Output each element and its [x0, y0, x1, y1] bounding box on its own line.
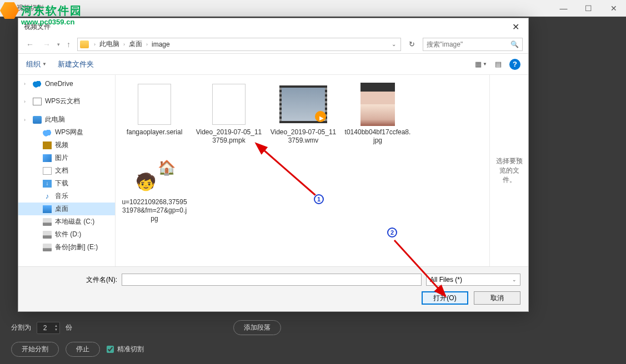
organize-menu[interactable]: 组织 ▼ — [26, 59, 47, 69]
sidebar-item-label: 本地磁盘 (C:) — [55, 217, 94, 226]
chevron-right-icon: › — [24, 99, 26, 104]
organize-label: 组织 — [26, 59, 41, 69]
file-item[interactable]: u=1022109268,3759531978&fm=27&gp=0.jpg — [119, 149, 190, 226]
file-thumbnail — [128, 153, 181, 196]
view-preview-button[interactable]: ▤ — [495, 60, 502, 68]
breadcrumb-part[interactable]: 桌面 — [128, 39, 143, 49]
refresh-button[interactable]: ↻ — [405, 39, 418, 49]
breadcrumb-part[interactable]: image — [151, 40, 171, 49]
cancel-button[interactable]: 取消 — [474, 291, 520, 305]
sidebar-item[interactable]: 本地磁盘 (C:) — [18, 215, 115, 228]
file-item[interactable]: t0140bb04bf17ccfea8.jpg — [342, 79, 413, 148]
folder-icon — [80, 41, 89, 48]
file-item[interactable]: fangaoplayer.serial — [119, 79, 190, 148]
search-input[interactable] — [427, 41, 510, 48]
dialog-title: 视频文件 — [24, 22, 51, 32]
filetype-select[interactable]: All Files (*) ⌄ — [426, 274, 520, 286]
file-label: Video_2019-07-05_113759.wmv — [270, 128, 337, 145]
sidebar-item-label: WPS网盘 — [55, 128, 83, 137]
precise-checkbox-input[interactable] — [107, 346, 114, 353]
file-grid[interactable]: fangaoplayer.serialVideo_2019-07-05_1137… — [116, 75, 489, 266]
preview-pane: 选择要预览的文件。 — [489, 75, 528, 266]
split-spinner[interactable]: ▲ ▼ — [37, 322, 60, 334]
chevron-right-icon: › — [92, 42, 97, 47]
sidebar-item[interactable]: 备份[勿删] (E:) — [18, 241, 115, 254]
spinner-up-icon[interactable]: ▲ — [53, 324, 59, 328]
sidebar-item-label: 备份[勿删] (E:) — [55, 242, 98, 252]
close-button[interactable]: ✕ — [601, 0, 626, 17]
new-folder-button[interactable]: 新建文件夹 — [58, 59, 94, 69]
ic-music-icon: ♪ — [43, 193, 52, 200]
filetype-label: All Files (*) — [430, 276, 462, 284]
main-title: 视频切割 — [17, 3, 43, 13]
sidebar-item[interactable]: WPS网盘 — [18, 126, 115, 139]
sidebar-item[interactable]: ›WPS云文档 — [18, 95, 115, 108]
nav-back-button[interactable]: ← — [24, 39, 36, 50]
file-label: Video_2019-07-05_113759.pmpk — [196, 128, 262, 145]
ic-disk-icon — [43, 231, 52, 239]
search-icon[interactable]: 🔍 — [510, 41, 519, 48]
precise-cut-checkbox[interactable]: 精准切割 — [107, 345, 144, 354]
bottom-bar: 分割为 ▲ ▼ 份 添加段落 开始分割 停止 精准切割 — [0, 311, 626, 364]
nav-forward-button[interactable]: → — [41, 39, 53, 50]
sidebar-item[interactable]: 视频 — [18, 139, 115, 151]
breadcrumb-part[interactable]: 此电脑 — [98, 39, 121, 49]
sidebar-item[interactable]: 文档 — [18, 164, 115, 177]
ic-docf-icon — [43, 167, 52, 175]
start-split-button[interactable]: 开始分割 — [11, 342, 59, 357]
nav-history-dropdown[interactable]: ▾ — [57, 42, 60, 47]
sidebar-item[interactable]: ›此电脑 — [18, 113, 115, 126]
stop-button[interactable]: 停止 — [66, 342, 100, 357]
sidebar-item-label: 图片 — [55, 153, 68, 163]
add-segment-button[interactable]: 添加段落 — [233, 320, 281, 335]
file-label: fangaoplayer.serial — [127, 128, 183, 136]
dialog-close-button[interactable]: ✕ — [509, 22, 523, 32]
split-input[interactable] — [37, 322, 53, 333]
main-titlebar: 视频切割 — ☐ ✕ — [0, 0, 626, 17]
split-unit: 份 — [66, 323, 72, 332]
file-thumbnail — [202, 83, 256, 126]
file-thumbnail — [351, 83, 404, 126]
chevron-down-icon: ▼ — [42, 62, 47, 67]
minimize-button[interactable]: — — [551, 0, 576, 17]
ic-disk-icon — [43, 244, 52, 251]
chevron-down-icon: ⌄ — [512, 277, 517, 282]
open-button[interactable]: 打开(O) — [422, 291, 468, 305]
maximize-button[interactable]: ☐ — [576, 0, 601, 17]
file-item[interactable]: Video_2019-07-05_113759.pmpk — [193, 79, 264, 148]
chevron-right-icon: › — [144, 42, 149, 47]
spinner-down-icon[interactable]: ▼ — [53, 328, 59, 332]
sidebar-item[interactable]: ♪音乐 — [18, 190, 115, 203]
ic-cloud-icon — [33, 80, 42, 88]
filename-input[interactable] — [122, 274, 422, 286]
search-box[interactable]: 🔍 — [423, 38, 523, 51]
address-dropdown-icon[interactable]: ⌄ — [389, 41, 398, 47]
nav-up-button[interactable]: ↑ — [64, 39, 73, 50]
dialog-body: ›OneDrive›WPS云文档›此电脑WPS网盘视频图片文档下载♪音乐桌面本地… — [18, 75, 528, 266]
chevron-down-icon: ▼ — [483, 62, 487, 67]
ic-desktop-icon — [43, 205, 52, 213]
view-icons-button[interactable]: ▦▼ — [475, 60, 487, 68]
chevron-right-icon: › — [122, 42, 127, 47]
sidebar-item-label: 下载 — [55, 179, 68, 188]
sidebar-item-label: 视频 — [55, 140, 68, 150]
address-bar[interactable]: › 此电脑 › 桌面 › image ⌄ — [77, 38, 401, 51]
sidebar-item[interactable]: 下载 — [18, 177, 115, 190]
sidebar-item-label: 音乐 — [55, 191, 68, 201]
file-label: u=1022109268,3759531978&fm=27&gp=0.jpg — [121, 198, 188, 223]
sidebar-item-label: OneDrive — [45, 80, 73, 88]
sidebar-item[interactable]: 软件 (D:) — [18, 228, 115, 241]
sidebar-item[interactable]: 图片 — [18, 151, 115, 164]
sidebar-item[interactable]: ›OneDrive — [18, 78, 115, 89]
sidebar[interactable]: ›OneDrive›WPS云文档›此电脑WPS网盘视频图片文档下载♪音乐桌面本地… — [18, 75, 116, 266]
window-controls: — ☐ ✕ — [551, 0, 626, 17]
newfolder-label: 新建文件夹 — [58, 59, 94, 69]
file-item[interactable]: Video_2019-07-05_113759.wmv — [268, 79, 339, 148]
sidebar-item-label: WPS云文档 — [45, 97, 80, 106]
ic-pic-icon — [43, 154, 52, 162]
help-button[interactable]: ? — [509, 59, 520, 70]
filename-label: 文件名(N): — [86, 275, 117, 285]
sidebar-item[interactable]: 桌面 — [18, 203, 115, 215]
file-label: t0140bb04bf17ccfea8.jpg — [344, 128, 411, 145]
files-area: fangaoplayer.serialVideo_2019-07-05_1137… — [116, 75, 528, 266]
